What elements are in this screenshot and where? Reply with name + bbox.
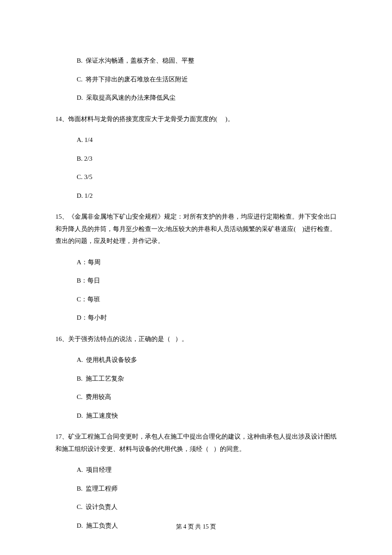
question-17-stem: 17、矿业工程施工合同变更时，承包人在施工中提出合理化的建议，这种由承包人提出涉… <box>55 431 337 455</box>
q15-option-b: B：每日 <box>77 276 337 286</box>
q17-option-a: A. 项目经理 <box>77 465 337 475</box>
q16-option-a: A. 使用机具设备较多 <box>77 355 337 365</box>
q14-option-a: A. 1/4 <box>77 135 337 145</box>
option-c: C. 将井下排出的废石堆放在生活区附近 <box>77 75 337 84</box>
q16-option-c: C. 费用较高 <box>77 392 337 402</box>
q14-option-c: C. 3/5 <box>77 172 337 182</box>
option-b: B. 保证水沟畅通，盖板齐全、稳固、平整 <box>77 56 337 66</box>
q15-option-a: A：每周 <box>77 257 337 267</box>
q15-option-c: C：每班 <box>77 295 337 304</box>
q15-option-d: D：每小时 <box>77 313 337 323</box>
question-14-stem: 14、饰面材料与龙骨的搭接宽度应大于龙骨受力面宽度的( )。 <box>55 113 337 125</box>
q16-option-d: D. 施工速度快 <box>77 411 337 421</box>
page-footer: 第 4 页 共 15 页 <box>0 522 392 531</box>
q14-option-b: B. 2/3 <box>77 154 337 164</box>
page: B. 保证水沟畅通，盖板齐全、稳固、平整 C. 将井下排出的废石堆放在生活区附近… <box>0 0 392 555</box>
q17-option-c: C. 设计负责人 <box>77 502 337 512</box>
q17-option-b: B. 监理工程师 <box>77 484 337 494</box>
question-15-stem: 15、《金属非金属地下矿山安全规程》规定：对所有支护的井巷，均应进行定期检查。井… <box>55 211 337 247</box>
q14-option-d: D. 1/2 <box>77 191 337 201</box>
q16-option-b: B. 施工工艺复杂 <box>77 374 337 384</box>
question-16-stem: 16、关于强夯法特点的说法，正确的是（ ）。 <box>55 333 337 345</box>
option-d: D. 采取提高风速的办法来降低风尘 <box>77 93 337 103</box>
